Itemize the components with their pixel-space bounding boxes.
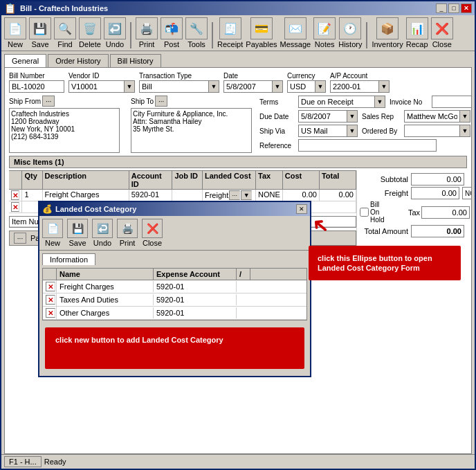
invoice-no-input[interactable] (432, 96, 472, 108)
modal-title-bar: 💰 Landed Cost Category ✕ (39, 202, 310, 216)
transaction-type-input[interactable] (139, 80, 208, 93)
ap-account-input[interactable] (330, 80, 378, 93)
toolbar-print[interactable]: 🖨️ Print (136, 17, 158, 48)
ship-to-address[interactable]: City Furniture & Appliance, Inc. Attn: S… (131, 108, 252, 153)
toolbar-payables[interactable]: 💳 Payables (246, 17, 277, 48)
toolbar-receipt[interactable]: 🧾 Receipt (217, 17, 243, 48)
modal-title-text: Landed Cost Category (55, 205, 136, 213)
toolbar-save[interactable]: 💾 Save (29, 17, 51, 48)
modal-row2-name: Taxes And Duties (57, 294, 154, 305)
modal-close-tool[interactable]: ❌ Close (142, 219, 163, 247)
modal-new-label: New (45, 239, 60, 247)
modal-row2-check[interactable]: ✕ (43, 293, 57, 306)
toolbar-inventory[interactable]: 📦 Inventory (372, 17, 403, 48)
toolbar-new[interactable]: 📄 New (4, 17, 26, 48)
ordered-by-input[interactable] (404, 125, 459, 137)
maximize-button[interactable]: □ (448, 3, 459, 13)
vendor-id-input[interactable] (68, 80, 124, 93)
save-icon: 💾 (29, 17, 51, 39)
toolbar-post[interactable]: 📬 Post (161, 17, 183, 48)
modal-save-button[interactable]: 💾 Save (67, 219, 88, 247)
date-input[interactable] (223, 80, 272, 93)
toolbar-notes[interactable]: 📝 Notes (313, 17, 336, 48)
payments-ellipse-button[interactable]: ··· (14, 233, 26, 244)
modal-undo-icon: ↩️ (92, 219, 113, 238)
modal-new-button[interactable]: 📄 New (42, 219, 63, 247)
landed-cost-dropdown[interactable]: ▼ (241, 190, 252, 200)
row-checkbox[interactable]: ✕ (9, 190, 22, 201)
receipt-icon: 🧾 (219, 17, 241, 39)
terms-dropdown[interactable]: ▼ (374, 96, 385, 108)
tab-bill-history[interactable]: Bill History (110, 54, 161, 67)
modal-x-btn-2[interactable]: ✕ (46, 295, 55, 305)
terms-input[interactable] (298, 96, 374, 108)
ship-to-ellipse-button[interactable]: ··· (155, 96, 167, 107)
close-button[interactable]: ✕ (461, 3, 472, 13)
toolbar-recap[interactable]: 📊 Recap (406, 17, 428, 48)
toolbar-history[interactable]: 🕐 History (338, 17, 362, 48)
modal-x-btn-3[interactable]: ✕ (46, 308, 55, 318)
currency-dropdown[interactable]: ▼ (315, 80, 326, 93)
modal-close-button[interactable]: ✕ (296, 204, 307, 214)
landed-cost-ellipse-button[interactable]: ··· (229, 190, 240, 200)
modal-row-1: ✕ Freight Charges 5920-01 (43, 280, 306, 293)
toolbar-message[interactable]: ✉️ Message (280, 17, 311, 48)
tools-icon: 🔧 (185, 17, 208, 39)
bill-number-input[interactable] (9, 80, 64, 93)
date-dropdown[interactable]: ▼ (272, 80, 283, 93)
subtotal-value[interactable] (411, 173, 464, 186)
tax-value[interactable] (421, 206, 470, 219)
modal-print-label: Print (120, 239, 136, 247)
ship-from-ellipse-button[interactable]: ··· (42, 96, 55, 107)
vendor-id-dropdown[interactable]: ▼ (124, 80, 135, 93)
row2-checkbox[interactable]: ✕ (9, 201, 22, 213)
freight-value[interactable] (411, 187, 459, 199)
callout-add-category: click new button to add Landed Cost Cate… (45, 327, 304, 369)
transaction-type-label: Transaction Type (139, 72, 219, 80)
misc-items-bar: Misc Items (1) (9, 156, 467, 168)
tab-order-history[interactable]: Order History (48, 54, 108, 67)
sales-rep-dropdown[interactable]: ▼ (459, 110, 470, 123)
ship-via-dropdown[interactable]: ▼ (347, 125, 358, 137)
transaction-type-dropdown[interactable]: ▼ (208, 80, 219, 93)
date-group: Date ▼ (223, 72, 283, 93)
terms-label: Terms (259, 98, 294, 106)
due-date-dropdown[interactable]: ▼ (347, 110, 358, 123)
minimize-button[interactable]: _ (436, 3, 447, 13)
modal-save-label: Save (68, 239, 86, 247)
tab-general[interactable]: General (4, 54, 46, 67)
modal-row3-name: Other Charges (57, 307, 154, 318)
due-date-input[interactable] (298, 110, 347, 123)
modal-col-name: Name (57, 269, 154, 280)
ship-from-address[interactable]: Craftech Industries 1200 Broadway New Yo… (9, 108, 120, 153)
modal-x-btn-1[interactable]: ✕ (46, 282, 55, 291)
modal-row3-check[interactable]: ✕ (43, 307, 57, 319)
modal-print-button[interactable]: 🖨️ Print (117, 219, 138, 247)
sales-rep-input[interactable] (404, 110, 459, 123)
toolbar-close[interactable]: ❌ Close (431, 17, 453, 48)
x-button[interactable]: ✕ (11, 190, 19, 200)
subtotal-row: Subtotal (360, 173, 464, 186)
toolbar-tools[interactable]: 🔧 Tools (185, 17, 208, 48)
bill-number-label: Bill Number (9, 72, 64, 80)
reference-input[interactable] (298, 139, 437, 152)
ordered-by-dropdown[interactable]: ▼ (459, 125, 470, 137)
modal-undo-button[interactable]: ↩️ Undo (92, 219, 113, 247)
toolbar-delete[interactable]: 🗑️ Delete (79, 17, 101, 48)
bill-on-hold-checkbox[interactable] (360, 208, 369, 217)
find-label: Find (57, 40, 72, 48)
modal-row1-check[interactable]: ✕ (43, 280, 57, 293)
freight-code-input[interactable] (462, 187, 472, 199)
toolbar-undo[interactable]: ↩️ Undo (104, 17, 126, 48)
x-button-2[interactable]: ✕ (11, 202, 19, 212)
toolbar-find[interactable]: 🔍 Find (54, 17, 76, 48)
currency-input[interactable] (287, 80, 315, 93)
ship-via-input[interactable] (298, 125, 347, 137)
modal-row1-account: 5920-01 (154, 281, 237, 292)
modal-tab-information[interactable]: Information (42, 253, 95, 265)
notes-icon: 📝 (313, 17, 336, 39)
recap-icon: 📊 (406, 17, 428, 39)
ap-account-dropdown[interactable]: ▼ (378, 80, 390, 93)
payables-label: Payables (246, 40, 277, 48)
total-value[interactable] (411, 225, 464, 237)
